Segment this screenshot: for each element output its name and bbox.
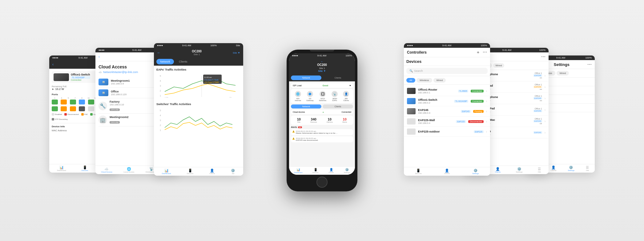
device-row-2[interactable]: Office1-Switch 192.168.0.2 TL-SG2428P Co… [404, 96, 490, 106]
switch-device-details: Office1-Switch TL-SG2428P Connected [71, 73, 90, 81]
gateway-label: Gateway [306, 100, 314, 101]
stat-admins: 10 Admins [327, 117, 333, 123]
devices-nav-clients[interactable]: 👤 Clients [444, 169, 450, 174]
device-chevron-4: › [486, 120, 487, 123]
devices-nav-devices-icon: 📱 [415, 169, 421, 173]
devices-nav-devices[interactable]: 📱 Devices [415, 169, 421, 174]
devices-search-input[interactable]: 🔍 Search [406, 68, 488, 74]
client-chevron-1: › [545, 74, 545, 77]
switch-nav-devices[interactable]: 📱 Devices [82, 165, 88, 171]
cloud-nav-local-label: Local Access [123, 171, 134, 173]
icon-clients: 👤 300 Clients [343, 91, 349, 101]
cloud-carrier: ●●●● [99, 49, 104, 51]
phone-nav-settings[interactable]: ⚙️ Settings [344, 168, 350, 174]
phone-tab-network[interactable]: Network [291, 76, 321, 80]
device-row-5[interactable]: EAP225-outdoor EAP225 › [404, 127, 490, 137]
phone-header-back[interactable]: ← [320, 60, 324, 63]
devices-more-btn[interactable]: ⋯ [483, 50, 487, 55]
switch-dx-line [165, 122, 232, 130]
client-ap-1: EAP245 [533, 74, 542, 77]
clients-more-btn[interactable]: ⋯ [541, 54, 545, 59]
device-name-3: EAP245 [418, 108, 458, 112]
alert-item-2: ⚠️ 2019-08-21 09:43:03 am EAP245 was dis… [291, 136, 353, 142]
devices-filter-tabs: All Wireless Wired [404, 76, 490, 85]
settings-battery: 100% [586, 56, 592, 59]
devices-filter-wired[interactable]: Wired [433, 78, 446, 83]
eap-traffic-section: EAPs' Traffic Activities 5 4 3 2 1 11:00… [154, 66, 243, 100]
network-nav-sw[interactable]: ⚙️ Sw [231, 169, 235, 174]
clients-nav-clients-label: Clients [495, 171, 501, 173]
phone-nav-devices[interactable]: 📱 Devices [312, 168, 319, 174]
isp-chevron: ▼ [349, 84, 351, 87]
phone-subtitle: Site 1 [292, 67, 352, 69]
legend-disconnected: Disconnected [64, 113, 78, 116]
stat-devices: 340 Devices [310, 117, 317, 123]
stat-alerts-num: 10 [342, 117, 347, 121]
devices-filter-all[interactable]: All [406, 78, 415, 83]
phone-screen: ●●●● 9:41 AM 100% ← OC200 Site 1 Site ▼ … [289, 53, 355, 175]
switch-chart-title: Switches' Traffic Activities [156, 103, 241, 106]
cloud-nav-local[interactable]: 🌐 Local Access [123, 167, 134, 173]
settings-nav-settings[interactable]: ⚙️ Settings [568, 165, 575, 171]
client-signal-3: ▪▪▪ [533, 100, 542, 102]
devices-nav-settings[interactable]: ⚙️ Settings [472, 169, 479, 174]
phone-more[interactable]: Site ▼ [318, 70, 326, 72]
net-tab-clients-btn[interactable]: Clients [175, 59, 191, 64]
devices-add-btn[interactable]: ＋ [476, 50, 480, 55]
icon-switches: 🔲 10/12 Switches [319, 91, 326, 101]
device-name-1: Office1-Router [418, 88, 456, 91]
device-row-1[interactable]: Office1-Router 192.168.0.1 TL-R605 Conne… [404, 86, 490, 96]
settings-nav-other[interactable]: ☰ Oth [586, 165, 589, 171]
device-row-4[interactable]: EAP225-Wall 192.168.0.4 EAP235 Disconnec… [404, 116, 490, 127]
clients-time: 9:41 AM [502, 49, 511, 51]
network-back-btn[interactable]: ← [157, 51, 161, 55]
switch-nav-dashboard[interactable]: 📊 Dashboard [57, 165, 66, 171]
settings-filter-wired[interactable]: Wired [557, 71, 569, 76]
settings-nav-other-label: Oth [586, 170, 589, 171]
net-tab-network-btn[interactable]: Network [156, 59, 174, 64]
device-row-3[interactable]: EAP245 192.168.0.3 EAP245 Pending › [404, 106, 490, 116]
stat-alerts-label: Alerts [342, 121, 347, 123]
clients-filter-wired[interactable]: Wired [493, 63, 505, 68]
net-tab-network[interactable]: Network [291, 104, 321, 108]
internet-label: Internet [295, 100, 301, 101]
network-nav-devices[interactable]: 📱 Devices [187, 169, 193, 174]
svg-text:5: 5 [160, 109, 161, 112]
cloud-nav-cloudaccess[interactable]: ☁️ Cloud Access [101, 167, 112, 173]
port-5 [70, 100, 76, 104]
phone-nav-clients[interactable]: 👤 Clients [328, 168, 334, 174]
switch-back-btn[interactable]: ‹ [52, 62, 54, 67]
network-nav-clients[interactable]: 👤 Clients [209, 169, 215, 174]
device-status-3: Pending [473, 110, 484, 113]
port-4 [61, 106, 67, 111]
clients-nav-other[interactable]: ☰ Oth [538, 167, 541, 173]
stat-admins-num: 10 [327, 117, 333, 121]
port-8 [79, 106, 85, 111]
client-chevron-4: › [545, 108, 545, 112]
tooltip-dx-text: ▪ Dx Data 3.75MB [204, 81, 219, 83]
network-nav-dashboard[interactable]: 📊 Dashboard [162, 169, 171, 174]
network-site-dropdown[interactable]: Site ▼ [233, 51, 240, 54]
settings-nav-clients[interactable]: 👤 Clients [551, 165, 556, 171]
clients-nav-clients[interactable]: 👤 Clients [495, 167, 501, 173]
cloud-sub-icon: ☁️ [99, 71, 102, 74]
client-right-3: Office 1 EAP245 ▪▪▪ [533, 95, 542, 102]
alert-item-1: ⚠️ 2019-08-21 09:43:33 am Master Adminis… [291, 129, 353, 135]
cloud-access-label: Cloud Access [293, 111, 305, 113]
phone-home-button[interactable] [316, 177, 328, 188]
settings-more-btn[interactable]: ⋯ [587, 62, 592, 67]
alerts-header: Alerts 10 [291, 126, 353, 128]
devices-filter-wireless[interactable]: Wireless [417, 78, 432, 83]
cloud-nav-cloudaccess-label: Cloud Access [101, 171, 112, 173]
net-tab-clients[interactable]: Clients [323, 104, 353, 108]
clients-nav-settings[interactable]: ⚙️ Settings [516, 167, 523, 173]
switch-chart-svg: 5 4 3 2 1 [156, 108, 241, 132]
phone-tab-clients[interactable]: Clients [323, 76, 353, 80]
network-nav-clients-icon: 👤 [209, 169, 215, 173]
port-6 [70, 106, 76, 111]
cloud-back-btn[interactable]: ‹ [99, 55, 100, 59]
client-site-4: Office 1 [533, 108, 542, 110]
phone-nav-dashboard[interactable]: 📊 Dashboard [294, 168, 302, 174]
network-header-center: OC200 Site 1 [192, 50, 202, 56]
svg-text:2: 2 [160, 90, 161, 92]
